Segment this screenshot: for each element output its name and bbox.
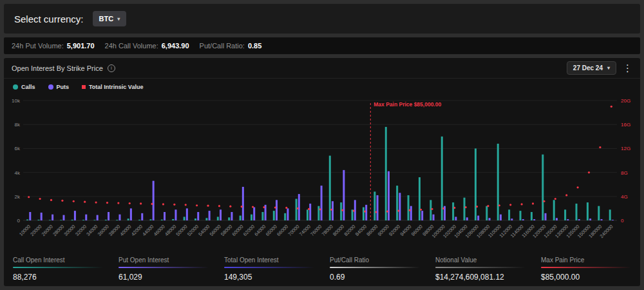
x-tick-label: 38000 xyxy=(108,224,121,237)
intrinsic-dot xyxy=(274,206,276,208)
x-tick-label: 82000 xyxy=(343,224,356,237)
left-axis-tick: 10k xyxy=(12,98,21,104)
intrinsic-dot xyxy=(341,209,343,211)
call-bar xyxy=(598,206,600,220)
x-tick-label: 36000 xyxy=(97,224,110,237)
x-tick-label: 60000 xyxy=(231,224,245,237)
put-bar xyxy=(309,204,311,220)
intrinsic-dot xyxy=(420,209,422,211)
intrinsic-dot xyxy=(95,202,97,204)
x-tick-label: 94000 xyxy=(399,224,412,237)
intrinsic-dot xyxy=(521,203,523,205)
x-tick-label: 20000 xyxy=(29,224,43,237)
legend-label: Puts xyxy=(57,84,70,90)
x-tick-label: 28000 xyxy=(52,224,65,237)
put-bar xyxy=(545,213,547,220)
x-tick-label: 56000 xyxy=(209,224,222,237)
x-tick-label: 32000 xyxy=(74,224,88,237)
intrinsic-dot xyxy=(565,194,567,196)
put-bar xyxy=(410,206,412,220)
call-bar xyxy=(205,218,207,220)
x-tick-label: 76000 xyxy=(309,224,323,237)
call-bar xyxy=(296,199,298,220)
put-bar xyxy=(62,215,64,220)
call-bar xyxy=(317,206,319,220)
call-bar xyxy=(553,200,555,220)
info-icon[interactable]: i xyxy=(108,64,115,72)
put-bar xyxy=(321,186,323,220)
put-bar xyxy=(332,201,334,220)
put-bar xyxy=(489,218,491,220)
left-axis-tick: 6k xyxy=(15,146,21,151)
intrinsic-dot xyxy=(353,210,355,212)
left-axis-tick: 2k xyxy=(15,194,21,200)
stat-put-call-ratio: Put/Call Ratio 0.69 xyxy=(330,256,420,281)
put-bar xyxy=(522,219,524,220)
intrinsic-dot xyxy=(252,206,254,208)
put-bar xyxy=(601,219,603,220)
legend-item-intrinsic[interactable]: Total Intrinsic Value xyxy=(82,84,143,90)
put-bar xyxy=(388,171,390,220)
call-bar xyxy=(71,220,73,220)
put-bar xyxy=(29,212,31,220)
expiry-dropdown[interactable]: 27 Dec 24 ▾ xyxy=(567,61,616,75)
stat-value: 149,305 xyxy=(224,273,314,282)
intrinsic-dot xyxy=(185,204,187,206)
call-bar xyxy=(587,202,589,220)
x-tick-label: 62000 xyxy=(242,224,256,237)
x-tick-label: 44000 xyxy=(141,224,155,237)
stat-label: Call Open Interest xyxy=(13,256,103,267)
legend-item-puts[interactable]: Puts xyxy=(48,84,70,90)
x-tick-label: 86000 xyxy=(365,224,379,237)
intrinsic-dot xyxy=(397,210,399,212)
call-bar xyxy=(396,186,398,220)
stat-underline xyxy=(330,267,420,268)
put-bar xyxy=(500,215,502,220)
call-bar xyxy=(284,213,286,220)
intrinsic-dot xyxy=(431,208,433,210)
legend-item-calls[interactable]: Calls xyxy=(13,84,35,90)
call-volume-label: 24h Call Volume: xyxy=(105,42,158,50)
intrinsic-dot xyxy=(577,186,579,188)
put-bar xyxy=(253,208,255,220)
intrinsic-dot xyxy=(196,204,198,206)
intrinsic-dot xyxy=(73,200,75,202)
call-bar xyxy=(184,217,185,220)
stat-underline xyxy=(541,267,631,268)
put-bar xyxy=(377,195,379,220)
intrinsic-dot xyxy=(241,206,243,208)
call-bar xyxy=(149,219,151,220)
intrinsic-dot xyxy=(409,209,411,211)
intrinsic-dot xyxy=(140,202,142,204)
summary-stats-row: Call Open Interest 88,276 Put Open Inter… xyxy=(4,254,640,286)
stat-label: Put Open Interest xyxy=(118,256,209,267)
call-bar xyxy=(26,220,28,220)
put-bar xyxy=(511,218,513,220)
put-bar xyxy=(287,208,289,220)
call-bar xyxy=(128,218,129,220)
stat-total-open-interest: Total Open Interest 149,305 xyxy=(224,256,314,281)
intrinsic-dot xyxy=(532,202,534,204)
put-bar xyxy=(85,215,87,220)
call-bar xyxy=(520,211,522,220)
call-bar xyxy=(531,212,533,220)
intrinsic-dot xyxy=(599,146,601,148)
x-tick-label: 30000 xyxy=(63,224,77,237)
stat-call-open-interest: Call Open Interest 88,276 xyxy=(13,256,103,281)
intrinsic-dot xyxy=(84,201,86,203)
put-bar xyxy=(242,187,244,220)
stat-label: Total Open Interest xyxy=(224,256,314,267)
call-bar xyxy=(217,217,219,220)
intrinsic-dot xyxy=(509,204,511,206)
open-interest-chart: 002k4G4k8G6k12G8k16G10k20G10000200002600… xyxy=(4,92,640,254)
right-axis-tick: 12G xyxy=(621,146,630,151)
currency-dropdown[interactable]: BTC ▾ xyxy=(93,11,127,26)
intrinsic-dot xyxy=(554,198,556,200)
x-tick-label: 42000 xyxy=(130,224,144,237)
stat-put-open-interest: Put Open Interest 61,029 xyxy=(118,256,209,281)
put-bar xyxy=(186,208,188,220)
kebab-menu-icon[interactable]: ⋮ xyxy=(623,63,632,73)
put-bar xyxy=(466,217,468,220)
put-bar xyxy=(276,200,278,220)
put-bar xyxy=(164,212,166,220)
